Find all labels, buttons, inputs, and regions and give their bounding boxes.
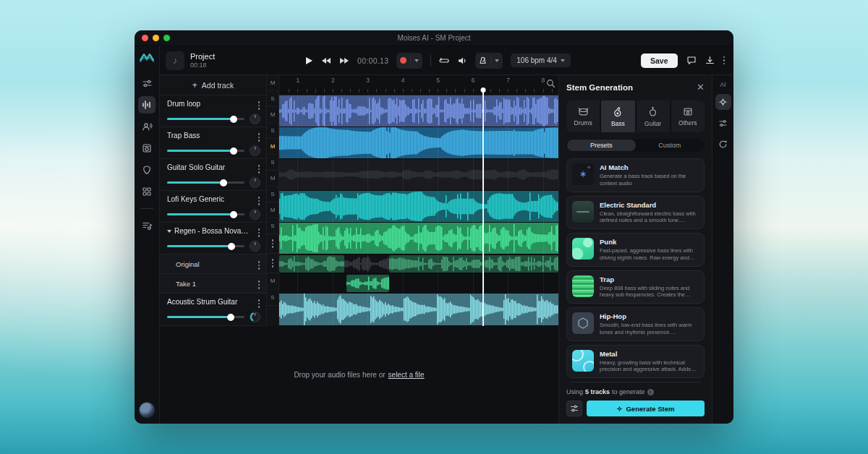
track-options-icon[interactable] xyxy=(258,133,260,142)
bpm-selector[interactable]: 106 bpm 4/4 xyxy=(511,53,571,67)
preset-card-electric-standard[interactable]: Electric StandardClean, straightforward … xyxy=(566,196,705,230)
track-options-icon[interactable] xyxy=(258,165,260,174)
mute-button[interactable]: M xyxy=(267,202,278,218)
waveform-lane[interactable] xyxy=(279,127,558,159)
mute-button[interactable]: M xyxy=(267,139,278,155)
track-row[interactable]: Regen - Bossa Nova Drums xyxy=(160,223,266,254)
track-row[interactable]: Trap Bass xyxy=(160,127,266,159)
segment-custom[interactable]: Custom xyxy=(636,140,705,151)
audio-segment[interactable] xyxy=(344,255,390,273)
project-info[interactable]: ♪ Project 00:18 xyxy=(166,51,274,70)
slider-thumb[interactable] xyxy=(230,147,237,155)
pan-knob[interactable] xyxy=(250,177,260,188)
instrument-tab-drums[interactable]: Drums xyxy=(566,100,600,132)
ai-mix-icon[interactable] xyxy=(715,115,731,131)
segment-presets[interactable]: Presets xyxy=(567,140,636,151)
mute-button[interactable]: M xyxy=(267,171,278,187)
audio-segment[interactable] xyxy=(389,255,558,273)
pan-knob[interactable] xyxy=(250,312,260,322)
track-options-icon[interactable] xyxy=(258,299,260,308)
zoom-tool-icon[interactable] xyxy=(546,79,556,88)
fast-forward-button[interactable] xyxy=(339,57,349,64)
solo-button[interactable]: S xyxy=(267,91,278,106)
slider-thumb[interactable] xyxy=(228,243,235,250)
pan-knob[interactable] xyxy=(250,241,260,252)
solo-button[interactable]: S xyxy=(267,123,278,138)
slider-thumb[interactable] xyxy=(227,314,234,321)
track-options-icon[interactable] xyxy=(272,259,274,267)
user-avatar[interactable] xyxy=(139,402,155,418)
mixer-routing-icon[interactable] xyxy=(138,74,156,92)
add-track-button[interactable]: + Add track xyxy=(160,75,266,95)
track-options-icon[interactable] xyxy=(258,197,260,205)
volume-slider[interactable] xyxy=(167,245,244,247)
track-options-icon[interactable] xyxy=(272,239,274,248)
comments-icon[interactable] xyxy=(686,56,697,65)
take-lane-row[interactable]: Take 1 xyxy=(160,274,266,294)
more-options-icon[interactable] xyxy=(723,56,726,65)
generate-stem-button[interactable]: ✧ Generate Stem xyxy=(587,401,705,416)
instrument-tab-bass[interactable]: Bass xyxy=(601,100,634,132)
volume-slider[interactable] xyxy=(167,213,244,215)
metronome-button[interactable] xyxy=(475,53,503,69)
volume-icon[interactable] xyxy=(457,56,467,65)
pick-tools-icon[interactable] xyxy=(138,161,156,179)
volume-slider[interactable] xyxy=(167,181,244,184)
select-file-link[interactable]: select a file xyxy=(388,371,425,379)
loop-icon[interactable] xyxy=(439,56,449,65)
mute-button[interactable]: M xyxy=(267,75,278,91)
collapse-caret-icon[interactable] xyxy=(167,230,171,233)
audio-segment[interactable] xyxy=(279,255,344,273)
audio-segment[interactable] xyxy=(346,275,389,292)
preset-card-fusion[interactable]: FusionJazz-fusion inspired bass with com… xyxy=(566,382,705,382)
pan-knob[interactable] xyxy=(250,145,260,156)
file-dropzone[interactable]: Drop your audio files here or select a f… xyxy=(160,326,558,424)
volume-slider[interactable] xyxy=(167,150,244,152)
preset-card-hip-hop[interactable]: Hip-HopSmooth, low-end bass lines with w… xyxy=(566,307,705,341)
waveform-lane[interactable] xyxy=(279,223,558,254)
save-button[interactable]: Save xyxy=(641,53,678,68)
track-options-icon[interactable] xyxy=(258,261,260,270)
instrument-tab-others[interactable]: Others xyxy=(671,100,705,132)
waveform-lane[interactable] xyxy=(279,254,558,274)
volume-slider[interactable] xyxy=(167,316,244,318)
track-row[interactable]: Guitar Solo Guitar xyxy=(160,159,266,191)
volume-slider[interactable] xyxy=(167,118,244,120)
timeline-ruler[interactable]: 12345678 xyxy=(279,75,558,95)
slider-thumb[interactable] xyxy=(220,179,227,187)
preset-card-punk[interactable]: PunkFast-paced, aggressive bass lines wi… xyxy=(566,233,705,267)
generation-settings-icon[interactable] xyxy=(566,401,582,416)
apps-grid-icon[interactable] xyxy=(138,183,156,200)
close-panel-icon[interactable]: ✕ xyxy=(697,82,705,92)
solo-button[interactable]: S xyxy=(267,155,278,170)
waveform-lane[interactable] xyxy=(279,95,558,127)
waveform-editor-icon[interactable] xyxy=(138,96,156,113)
instrument-tab-guitar[interactable]: Guitar xyxy=(637,100,670,132)
record-button[interactable] xyxy=(396,53,422,69)
download-icon[interactable] xyxy=(705,56,715,65)
pan-knob[interactable] xyxy=(250,113,260,124)
track-row[interactable]: Lofi Keys Generic xyxy=(160,191,266,223)
track-options-icon[interactable] xyxy=(258,280,260,289)
track-row[interactable]: Drum loop xyxy=(160,95,266,127)
stem-generation-icon[interactable]: ✧ xyxy=(715,94,731,110)
rewind-button[interactable] xyxy=(321,57,331,64)
pan-knob[interactable] xyxy=(250,209,260,220)
waveform-lane[interactable] xyxy=(279,274,558,294)
waveform-lane[interactable] xyxy=(279,294,558,326)
waveform-lane[interactable] xyxy=(279,159,558,191)
track-row[interactable]: Acoustic Strum Guitar xyxy=(160,294,266,326)
amp-plugin-icon[interactable] xyxy=(138,140,156,157)
preset-card-ai-match[interactable]: ✶AI MatchGenerate a bass track based on … xyxy=(566,158,705,192)
preset-card-metal[interactable]: MetalHeavy, growling bass with technical… xyxy=(566,345,705,379)
preset-card-trap[interactable]: TrapDeep 808 bass with sliding notes and… xyxy=(566,270,705,304)
metronome-options-chevron-icon[interactable] xyxy=(495,59,499,62)
lyrics-playlist-icon[interactable] xyxy=(138,217,156,234)
play-button[interactable] xyxy=(305,56,313,65)
record-options-chevron-icon[interactable] xyxy=(414,59,419,62)
solo-button[interactable]: S xyxy=(267,290,278,306)
track-options-icon[interactable] xyxy=(258,228,260,237)
regenerate-icon[interactable] xyxy=(715,136,731,152)
solo-button[interactable]: S xyxy=(267,187,278,202)
voice-studio-icon[interactable] xyxy=(138,118,156,135)
